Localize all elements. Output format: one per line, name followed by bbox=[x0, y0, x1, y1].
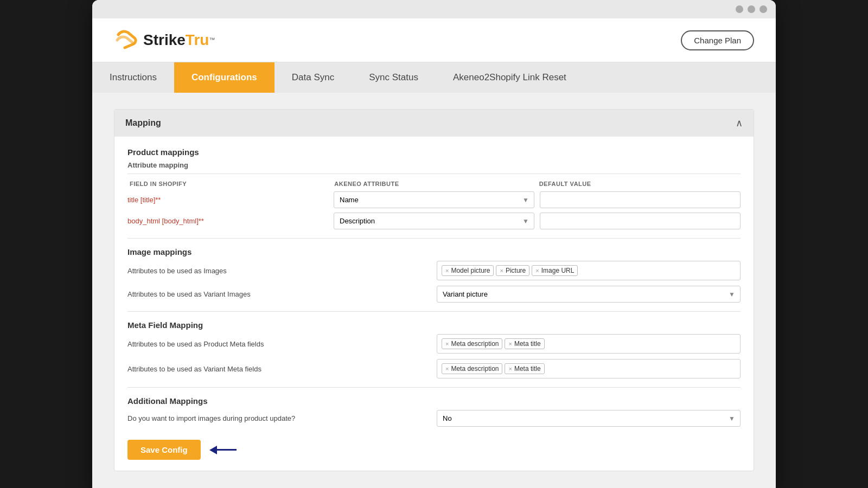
mapping-row-product-meta: Attributes to be used as Product Meta fi… bbox=[127, 334, 741, 354]
mapping-card: Mapping ∧ Product mappings Attribute map… bbox=[114, 109, 754, 471]
image-mappings-title: Image mappings bbox=[127, 247, 741, 256]
mapping-row-images: Attributes to be used as Images × Model … bbox=[127, 261, 741, 280]
tag-meta-title-1: × Meta title bbox=[505, 338, 544, 349]
main-content: Mapping ∧ Product mappings Attribute map… bbox=[92, 93, 776, 488]
import-images-select[interactable]: No Yes bbox=[437, 410, 741, 427]
divider-1 bbox=[127, 238, 741, 239]
tag-image-url-label: Image URL bbox=[541, 267, 575, 274]
arrow-head-icon bbox=[209, 446, 217, 454]
title-akeneo-select[interactable]: Name Title SKU bbox=[334, 191, 534, 208]
mapping-row-variant-images: Attributes to be used as Variant Images … bbox=[127, 286, 741, 303]
browser-chrome bbox=[92, 0, 776, 18]
images-tags-input[interactable]: × Model picture × Picture × Image URL bbox=[437, 261, 741, 280]
col-field-shopify: FIELD IN SHOPIFY bbox=[130, 181, 329, 187]
tab-instructions[interactable]: Instructions bbox=[92, 62, 174, 93]
browser-dot-3 bbox=[760, 5, 767, 13]
variant-images-select[interactable]: Variant picture Model picture bbox=[437, 286, 741, 303]
col-akeneo-attr: AKENEO ATTRIBUTE bbox=[334, 181, 533, 187]
body-default-input[interactable] bbox=[540, 213, 741, 229]
product-meta-label: Attributes to be used as Product Meta fi… bbox=[127, 340, 431, 348]
tag-meta-desc-1-remove[interactable]: × bbox=[445, 341, 449, 347]
mapping-title: Mapping bbox=[125, 118, 161, 128]
tab-sync-status[interactable]: Sync Status bbox=[352, 62, 436, 93]
tab-configurations[interactable]: Configurations bbox=[174, 62, 275, 93]
tag-model-picture: × Model picture bbox=[442, 265, 494, 276]
arrow-line bbox=[217, 449, 237, 451]
tag-meta-desc-2-remove[interactable]: × bbox=[445, 365, 449, 372]
tag-image-url-remove[interactable]: × bbox=[535, 267, 539, 274]
tab-akeneo-reset[interactable]: Akeneo2Shopify Link Reset bbox=[436, 62, 584, 93]
browser-dots bbox=[736, 5, 767, 13]
tag-model-picture-remove[interactable]: × bbox=[445, 267, 449, 274]
tag-meta-desc-2-label: Meta description bbox=[451, 365, 499, 373]
field-title-label: title [title]** bbox=[127, 196, 328, 204]
tag-meta-desc-2: × Meta description bbox=[442, 363, 502, 374]
nav-tabs: Instructions Configurations Data Sync Sy… bbox=[92, 62, 776, 93]
title-default-input[interactable] bbox=[540, 191, 741, 208]
divider-3 bbox=[127, 387, 741, 388]
mapping-row-variant-meta: Attributes to be used as Variant Meta fi… bbox=[127, 359, 741, 378]
variant-meta-tags-input[interactable]: × Meta description × Meta title bbox=[437, 359, 741, 378]
tag-picture: × Picture bbox=[496, 265, 529, 276]
app-header: StrikeTru™ Change Plan bbox=[92, 18, 776, 62]
tag-meta-title-2-label: Meta title bbox=[514, 365, 541, 373]
tag-model-picture-label: Model picture bbox=[451, 267, 490, 274]
attribute-mapping-subtitle: Attribute mapping bbox=[127, 161, 741, 174]
import-images-select-wrap: No Yes ▼ bbox=[437, 410, 741, 427]
additional-mappings-section: Additional Mappings Do you want to impor… bbox=[127, 396, 741, 427]
variant-images-select-wrap: Variant picture Model picture ▼ bbox=[437, 286, 741, 303]
meta-field-title: Meta Field Mapping bbox=[127, 320, 741, 330]
tag-meta-title-1-remove[interactable]: × bbox=[508, 341, 512, 347]
additional-title: Additional Mappings bbox=[127, 396, 741, 406]
mapping-body: Product mappings Attribute mapping FIELD… bbox=[114, 137, 754, 471]
browser-window: StrikeTru™ Change Plan Instructions Conf… bbox=[92, 0, 776, 488]
tag-meta-desc-1: × Meta description bbox=[442, 338, 502, 349]
body-akeneo-select-wrap: Description Body HTML ▼ bbox=[334, 213, 534, 229]
browser-dot-2 bbox=[748, 5, 755, 13]
table-row: body_html [body_html]** Description Body… bbox=[127, 213, 741, 229]
logo-text: StrikeTru™ bbox=[143, 31, 215, 49]
arrow-indicator bbox=[209, 446, 237, 454]
divider-2 bbox=[127, 311, 741, 312]
tag-picture-label: Picture bbox=[506, 267, 526, 274]
images-label: Attributes to be used as Images bbox=[127, 267, 431, 275]
collapse-button[interactable]: ∧ bbox=[736, 117, 743, 129]
field-body-label: body_html [body_html]** bbox=[127, 217, 328, 225]
title-akeneo-select-wrap: Name Title SKU ▼ bbox=[334, 191, 534, 208]
attribute-table-header: FIELD IN SHOPIFY AKENEO ATTRIBUTE DEFAUL… bbox=[127, 181, 741, 187]
change-plan-button[interactable]: Change Plan bbox=[681, 30, 754, 50]
variant-images-label: Attributes to be used as Variant Images bbox=[127, 290, 431, 298]
image-mappings-section: Image mappings Attributes to be used as … bbox=[127, 247, 741, 303]
product-meta-tags-input[interactable]: × Meta description × Meta title bbox=[437, 334, 741, 354]
meta-field-section: Meta Field Mapping Attributes to be used… bbox=[127, 320, 741, 378]
save-config-button[interactable]: Save Config bbox=[127, 440, 201, 460]
browser-dot-1 bbox=[736, 5, 743, 13]
col-default-value: DEFAULT VALUE bbox=[539, 181, 738, 187]
tag-meta-desc-1-label: Meta description bbox=[451, 340, 499, 348]
mapping-row-import-images: Do you want to import images during prod… bbox=[127, 410, 741, 427]
tag-picture-remove[interactable]: × bbox=[500, 267, 503, 274]
save-config-row: Save Config bbox=[127, 440, 741, 460]
body-akeneo-select[interactable]: Description Body HTML bbox=[334, 213, 534, 229]
logo-icon bbox=[114, 28, 138, 52]
tag-image-url: × Image URL bbox=[532, 265, 578, 276]
tab-data-sync[interactable]: Data Sync bbox=[275, 62, 352, 93]
logo-tm: ™ bbox=[209, 36, 215, 43]
tag-meta-title-2: × Meta title bbox=[505, 363, 544, 374]
import-images-label: Do you want to import images during prod… bbox=[127, 414, 431, 422]
mapping-header: Mapping ∧ bbox=[114, 110, 754, 137]
tag-meta-title-2-remove[interactable]: × bbox=[508, 365, 512, 372]
tag-meta-title-1-label: Meta title bbox=[514, 340, 541, 348]
product-mappings-title: Product mappings bbox=[127, 147, 741, 157]
variant-meta-label: Attributes to be used as Variant Meta fi… bbox=[127, 365, 431, 373]
table-row: title [title]** Name Title SKU ▼ bbox=[127, 191, 741, 208]
logo-area: StrikeTru™ bbox=[114, 28, 215, 52]
